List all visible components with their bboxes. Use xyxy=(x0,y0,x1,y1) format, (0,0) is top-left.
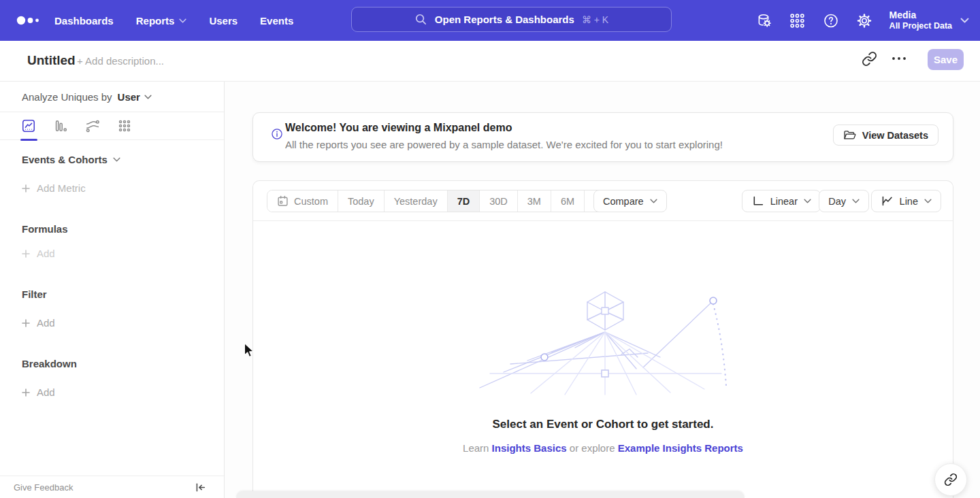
range-7d[interactable]: 7D xyxy=(447,190,480,212)
nav-reports[interactable]: Reports xyxy=(136,15,187,27)
share-link-fab[interactable] xyxy=(934,463,967,496)
tab-metric-grid[interactable] xyxy=(117,118,132,133)
compare-dropdown[interactable]: Compare xyxy=(593,190,667,212)
chevron-down-icon xyxy=(113,157,120,162)
add-filter-button[interactable]: Add xyxy=(22,317,55,329)
chevron-down-icon xyxy=(144,95,152,99)
report-header: Untitled + Add description... xyxy=(0,41,980,82)
results-panel-edge[interactable] xyxy=(236,491,745,498)
collapse-sidebar-icon[interactable] xyxy=(195,482,206,493)
plus-icon xyxy=(22,319,30,327)
apps-grid-icon[interactable] xyxy=(789,12,806,29)
project-scope: All Project Data xyxy=(889,21,952,31)
active-tab-underline xyxy=(20,139,37,141)
tab-line-chart[interactable] xyxy=(21,118,36,133)
view-datasets-button[interactable]: View Datasets xyxy=(833,124,938,146)
search-shortcut: ⌘ + K xyxy=(582,14,608,25)
flow-chart-icon xyxy=(85,118,100,133)
chevron-down-icon xyxy=(960,18,969,23)
project-selector[interactable]: Media All Project Data xyxy=(889,10,969,31)
scale-dropdown[interactable]: Linear xyxy=(742,190,821,212)
metric-grid-icon xyxy=(117,118,132,133)
report-card: Custom Today Yesterday 7D 30D 3M 6M 12M … xyxy=(252,180,953,498)
events-cohorts-heading[interactable]: Events & Cohorts xyxy=(22,154,120,165)
insights-basics-link[interactable]: Insights Basics xyxy=(492,442,567,454)
empty-state-title: Select an Event or Cohort to get started… xyxy=(253,418,953,431)
line-chart-icon xyxy=(881,195,894,208)
report-description-placeholder[interactable]: + Add description... xyxy=(77,55,164,67)
line-chart-icon xyxy=(21,118,36,133)
filter-heading: Filter xyxy=(22,288,47,300)
welcome-banner: Welcome! You are viewing a Mixpanel demo… xyxy=(252,112,953,162)
tab-bar-chart[interactable] xyxy=(53,118,68,133)
range-30d[interactable]: 30D xyxy=(479,190,517,212)
topnav-right: Media All Project Data xyxy=(756,0,969,41)
query-builder-sidebar: Analyze Uniques by User xyxy=(0,82,225,498)
folder-icon xyxy=(843,129,856,142)
analyze-uniques-row: Analyze Uniques by User xyxy=(0,82,224,112)
give-feedback-link[interactable]: Give Feedback xyxy=(14,482,73,493)
chart-type-dropdown[interactable]: Line xyxy=(871,190,941,212)
analyze-label: Analyze Uniques by xyxy=(22,91,112,103)
more-options-icon[interactable] xyxy=(890,55,908,62)
bar-chart-icon xyxy=(53,118,68,133)
chevron-down-icon xyxy=(650,199,657,203)
banner-title: Welcome! You are viewing a Mixpanel demo xyxy=(285,122,512,134)
breakdown-heading: Breakdown xyxy=(22,358,77,369)
nav-events[interactable]: Events xyxy=(260,15,293,27)
search-icon xyxy=(414,13,427,26)
chevron-down-icon xyxy=(179,18,186,23)
add-formula-button[interactable]: Add xyxy=(22,248,55,259)
help-icon[interactable] xyxy=(823,12,839,29)
chevron-down-icon xyxy=(924,199,932,203)
empty-state-illustration xyxy=(470,288,736,395)
chart-controls: Custom Today Yesterday 7D 30D 3M 6M 12M … xyxy=(253,181,953,221)
sidebar-footer: Give Feedback xyxy=(0,476,224,498)
range-3m[interactable]: 3M xyxy=(517,190,551,212)
top-navbar: Dashboards Reports Users Events Open Rep… xyxy=(0,0,980,41)
primary-nav: Dashboards Reports Users Events xyxy=(54,0,293,41)
add-breakdown-button[interactable]: Add xyxy=(22,386,55,398)
chevron-down-icon xyxy=(852,199,860,203)
range-yesterday[interactable]: Yesterday xyxy=(384,190,447,212)
info-icon xyxy=(271,128,283,140)
calendar-icon xyxy=(277,195,289,207)
banner-body: All the reports you see are powered by a… xyxy=(285,139,723,150)
example-reports-link[interactable]: Example Insights Reports xyxy=(618,442,743,454)
search-placeholder: Open Reports & Dashboards xyxy=(435,14,574,25)
axis-scale-icon xyxy=(751,195,764,208)
nav-dashboards[interactable]: Dashboards xyxy=(54,15,114,27)
date-range-segments: Custom Today Yesterday 7D 30D 3M 6M 12M xyxy=(267,190,623,212)
report-title[interactable]: Untitled xyxy=(27,53,76,68)
formulas-heading: Formulas xyxy=(22,223,68,235)
link-icon xyxy=(944,473,958,486)
main-content: Welcome! You are viewing a Mixpanel demo… xyxy=(225,82,980,498)
range-today[interactable]: Today xyxy=(338,190,384,212)
gear-icon[interactable] xyxy=(856,12,872,29)
copy-link-icon[interactable] xyxy=(862,51,877,67)
range-custom[interactable]: Custom xyxy=(267,190,338,212)
analyze-value-dropdown[interactable]: User xyxy=(118,91,152,103)
plus-icon xyxy=(22,388,30,397)
mixpanel-logo-icon[interactable] xyxy=(16,15,41,26)
save-button[interactable]: Save xyxy=(928,49,964,70)
empty-state-subtitle: Learn Insights Basics or explore Example… xyxy=(253,442,953,454)
data-management-icon[interactable] xyxy=(756,12,772,29)
chart-type-tabs xyxy=(0,112,224,140)
nav-users[interactable]: Users xyxy=(209,15,238,27)
add-metric-button[interactable]: Add Metric xyxy=(22,182,86,194)
range-6m[interactable]: 6M xyxy=(551,190,584,212)
granularity-dropdown[interactable]: Day xyxy=(819,190,869,212)
global-search[interactable]: Open Reports & Dashboards ⌘ + K xyxy=(351,7,672,32)
tab-flow-chart[interactable] xyxy=(85,118,100,133)
plus-icon xyxy=(22,184,30,193)
project-name: Media xyxy=(889,10,952,21)
chevron-down-icon xyxy=(804,199,811,203)
plus-icon xyxy=(22,250,30,258)
